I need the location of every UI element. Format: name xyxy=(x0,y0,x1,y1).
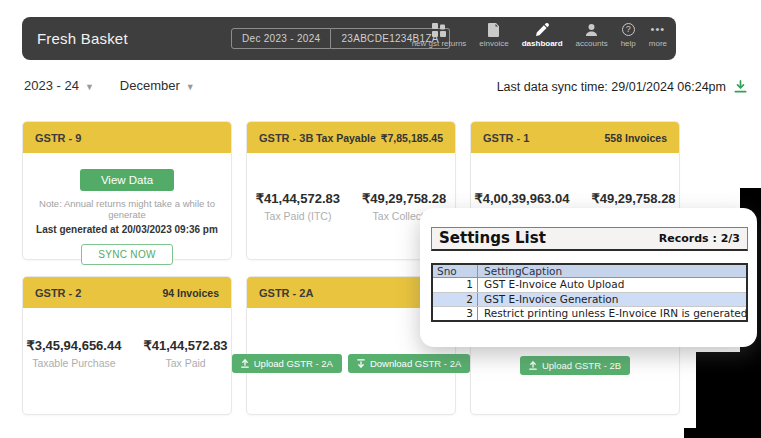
column-header-sno: Sno xyxy=(433,265,478,277)
tax-payable-badge: Tax Payable ₹7,85,185.45 xyxy=(316,132,443,144)
card-gstr-2-stats: ₹3,45,94,656.44 Taxable Purchase ₹41,44,… xyxy=(23,338,231,369)
chevron-down-icon: ▼ xyxy=(85,80,94,92)
stat-value: ₹3,45,94,656.44 xyxy=(26,338,121,353)
card-title: GSTR - 2A xyxy=(259,287,313,299)
card-gstr-9-header: GSTR - 9 xyxy=(23,122,231,153)
card-gstr-9: GSTR - 9 View Data Note: Annual returns … xyxy=(22,121,232,260)
stat-label: Tax Paid xyxy=(143,357,227,369)
redacted-region xyxy=(696,352,761,438)
popup-title: Settings List xyxy=(439,229,546,247)
settings-table: Sno SettingCaption 1 GST E-Invoice Auto … xyxy=(431,263,748,322)
table-row[interactable]: 3 Restrict printing unless E-Invoice IRN… xyxy=(433,306,746,320)
nav-label: help xyxy=(621,39,636,48)
invoice-icon xyxy=(488,22,500,37)
app-brand: Fresh Basket xyxy=(37,30,128,47)
card-gstr-2-header: GSTR - 2 94 Invoices xyxy=(23,277,231,308)
view-data-button[interactable]: View Data xyxy=(80,169,174,191)
invoice-count-badge: 94 Invoices xyxy=(162,287,219,299)
month-dropdown[interactable]: December ▼ xyxy=(120,78,195,93)
button-label: Upload GSTR - 2B xyxy=(542,360,621,371)
top-app-bar: Fresh Basket Dec 2023 - 2024 23ABCDE1234… xyxy=(22,17,676,60)
nav-label: dashboard xyxy=(522,39,563,48)
last-sync-time: Last data sync time: 29/01/2024 06:24pm xyxy=(497,80,726,94)
upload-gstr-2b-button[interactable]: Upload GSTR - 2B xyxy=(520,356,630,375)
settings-table-header: Sno SettingCaption xyxy=(433,265,746,278)
button-label: Download GSTR - 2A xyxy=(370,358,461,369)
grid-icon xyxy=(432,22,446,37)
sync-now-button[interactable]: SYNC NOW xyxy=(81,244,172,265)
records-counter: Records : 2/3 xyxy=(659,232,740,245)
card-gstr-2a-buttons: Upload GSTR - 2A Download GSTR - 2A xyxy=(247,354,455,373)
row-caption: GST E-Invoice Generation xyxy=(478,293,746,306)
nav-label: accounts xyxy=(576,39,608,48)
table-row-selected[interactable]: 2 GST E-Invoice Generation xyxy=(433,292,746,306)
nav-label: einvoice xyxy=(479,39,508,48)
stat-tax-collected: ₹49,29,758.28 xyxy=(591,191,675,206)
annual-returns-note: Note: Annual returns might take a while … xyxy=(23,198,231,220)
stat-label: Tax Paid (ITC) xyxy=(256,210,340,222)
dashboard-page: { "header": { "brand": "Fresh Basket", "… xyxy=(0,0,761,438)
stat-taxable-purchase: ₹3,45,94,656.44 Taxable Purchase xyxy=(26,338,121,369)
upload-icon xyxy=(241,359,249,368)
stat-label: Taxable Purchase xyxy=(26,357,121,369)
stat-value: ₹49,29,758.28 xyxy=(591,191,675,206)
download-gstr-2a-button[interactable]: Download GSTR - 2A xyxy=(348,354,470,373)
card-gstr-2b-buttons: Upload GSTR - 2B xyxy=(471,356,679,375)
nav-item-dashboard[interactable]: dashboard xyxy=(522,22,563,48)
download-icon[interactable] xyxy=(733,79,748,94)
tax-payable-label: Tax Payable xyxy=(316,132,376,144)
row-caption: GST E-Invoice Auto Upload xyxy=(478,278,746,292)
popup-title-bar: Settings List Records : 2/3 xyxy=(431,227,748,251)
redacted-region xyxy=(684,428,698,438)
stat-value: ₹41,44,572.83 xyxy=(143,338,227,353)
card-gstr-3b-header: GSTR - 3B Tax Payable ₹7,85,185.45 xyxy=(247,122,455,153)
row-sno: 1 xyxy=(433,278,478,292)
column-header-caption: SettingCaption xyxy=(478,265,746,277)
card-title: GSTR - 3B xyxy=(259,132,313,144)
person-icon xyxy=(585,22,598,37)
upload-icon xyxy=(529,361,537,370)
stat-tax-paid-itc: ₹41,44,572.83 Tax Paid (ITC) xyxy=(256,191,340,222)
pencil-icon xyxy=(535,22,549,37)
stat-value: ₹49,29,758.28 xyxy=(362,191,446,206)
top-nav: new gst returns einvoice dashboard accou… xyxy=(412,22,667,48)
button-label: Upload GSTR - 2A xyxy=(254,358,333,369)
help-icon: ? xyxy=(622,22,635,37)
stat-taxable-sales: ₹4,00,39,963.04 xyxy=(474,191,569,206)
nav-label: more xyxy=(649,39,667,48)
stat-value: ₹4,00,39,963.04 xyxy=(474,191,569,206)
upload-gstr-2a-button[interactable]: Upload GSTR - 2A xyxy=(232,354,342,373)
row-sno: 2 xyxy=(433,293,478,306)
nav-item-einvoice[interactable]: einvoice xyxy=(479,22,508,48)
row-sno: 3 xyxy=(433,307,478,320)
sync-status-row: Last data sync time: 29/01/2024 06:24pm xyxy=(497,79,748,94)
card-title: GSTR - 1 xyxy=(483,132,529,144)
period-selector[interactable]: Dec 2023 - 2024 xyxy=(231,28,331,49)
nav-item-new-gst-returns[interactable]: new gst returns xyxy=(412,22,467,48)
nav-item-more[interactable]: ••• more xyxy=(649,22,667,48)
nav-label: new gst returns xyxy=(412,39,467,48)
card-title: GSTR - 9 xyxy=(35,132,81,144)
month-value: December xyxy=(120,78,180,93)
financial-year-value: 2023 - 24 xyxy=(24,78,79,93)
nav-item-accounts[interactable]: accounts xyxy=(576,22,608,48)
financial-year-dropdown[interactable]: 2023 - 24 ▼ xyxy=(24,78,94,93)
filter-row: 2023 - 24 ▼ December ▼ xyxy=(24,78,221,93)
invoice-count-badge: 558 Invoices xyxy=(605,132,667,144)
chevron-down-icon: ▼ xyxy=(186,80,195,92)
card-title: GSTR - 2 xyxy=(35,287,81,299)
tax-payable-value: ₹7,85,185.45 xyxy=(381,132,443,144)
row-caption: Restrict printing unless E-Invoice IRN i… xyxy=(478,307,746,320)
table-row[interactable]: 1 GST E-Invoice Auto Upload xyxy=(433,278,746,292)
card-gstr-1-stats: ₹4,00,39,963.04 ₹49,29,758.28 xyxy=(471,191,679,206)
settings-list-popup: Settings List Records : 2/3 Sno SettingC… xyxy=(420,208,757,347)
stat-tax-paid: ₹41,44,572.83 Tax Paid xyxy=(143,338,227,369)
more-icon: ••• xyxy=(651,22,666,37)
nav-item-help[interactable]: ? help xyxy=(621,22,636,48)
download-icon xyxy=(357,359,365,368)
card-gstr-2: GSTR - 2 94 Invoices ₹3,45,94,656.44 Tax… xyxy=(22,276,232,415)
card-gstr-1-header: GSTR - 1 558 Invoices xyxy=(471,122,679,153)
card-gstr-9-body: View Data Note: Annual returns might tak… xyxy=(23,153,231,265)
stat-value: ₹41,44,572.83 xyxy=(256,191,340,206)
last-generated-text: Last generated at 20/03/2023 09:36 pm xyxy=(23,224,231,235)
